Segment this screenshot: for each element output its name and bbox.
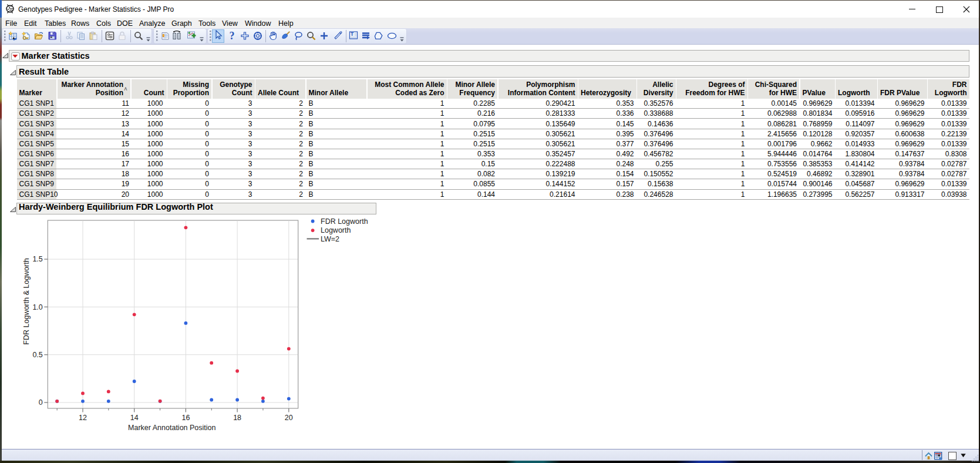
svg-text:1.0: 1.0 <box>32 303 42 311</box>
svg-text:0: 0 <box>39 398 43 407</box>
svg-text:18: 18 <box>233 414 241 422</box>
svg-text:?: ? <box>230 31 235 41</box>
svg-text:T: T <box>351 31 354 37</box>
svg-text:14: 14 <box>130 414 139 422</box>
svg-text:20: 20 <box>285 414 293 422</box>
svg-text:12: 12 <box>79 414 87 422</box>
svg-text:Logworth: Logworth <box>321 226 351 234</box>
svg-text:1.5: 1.5 <box>32 255 42 263</box>
svg-text:FDR Logworth: FDR Logworth <box>321 217 368 226</box>
svg-text:FDR Logworth & Logworth: FDR Logworth & Logworth <box>22 258 31 344</box>
svg-text:0.5: 0.5 <box>32 351 42 359</box>
svg-text:Marker Annotation Position: Marker Annotation Position <box>128 424 215 432</box>
svg-text:16: 16 <box>181 414 190 422</box>
svg-text:LW=2: LW=2 <box>321 235 339 243</box>
